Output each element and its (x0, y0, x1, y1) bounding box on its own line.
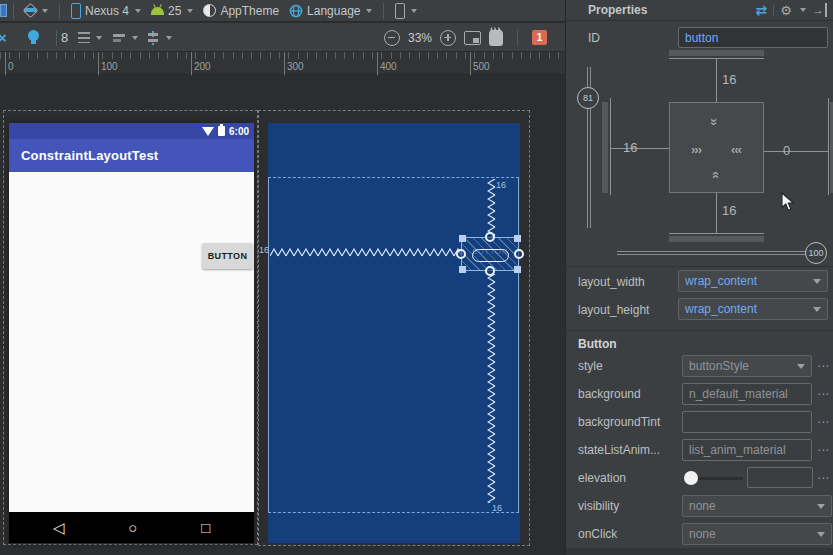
constraint-toolbar: × 8 33% 1 (0, 23, 565, 52)
switch-view-icon[interactable]: ⇄ (756, 2, 768, 18)
status-bar: 6:00 (9, 123, 254, 139)
inspector-margin-right[interactable]: 0 (783, 143, 790, 158)
language-selector[interactable]: Language (284, 0, 377, 22)
device-phone-icon (71, 3, 81, 19)
design-button-widget[interactable]: BUTTON (202, 243, 253, 269)
layout-width-value: wrap_content (685, 274, 813, 288)
globe-icon (289, 4, 303, 18)
style-combo[interactable]: buttonStyle (682, 355, 812, 377)
background-tint-more-button[interactable]: ⋯ (817, 415, 830, 429)
elevation-more-button[interactable]: ⋯ (817, 471, 830, 485)
orientation-button[interactable] (20, 0, 53, 22)
constraint-anchor-bottom[interactable] (485, 266, 495, 276)
margin-label-left: 16 (259, 245, 269, 255)
layout-width-combo[interactable]: wrap_content (678, 270, 828, 292)
horizontal-bias-track[interactable] (617, 251, 809, 255)
resize-handle[interactable] (459, 235, 466, 242)
horizontal-bias-thumb[interactable]: 100 (805, 242, 827, 264)
ruler-label: 300 (287, 61, 304, 72)
elevation-label: elevation (578, 471, 626, 485)
margin-label-top: 16 (496, 180, 506, 190)
zoom-in-button[interactable] (440, 30, 456, 46)
style-value: buttonStyle (689, 359, 797, 373)
chevron-down-icon (797, 364, 805, 369)
zoom-out-button[interactable] (384, 30, 400, 46)
constraint-anchor-top[interactable] (485, 232, 495, 242)
panel-title: Properties (588, 3, 756, 17)
state-list-anim-value: list_anim_material (689, 443, 786, 457)
design-toolbar-main: Nexus 4 25 AppTheme Language (0, 0, 565, 22)
resize-handle[interactable] (459, 266, 466, 273)
design-surface[interactable]: 6:00 ConstraintLayoutTest BUTTON ◁ ○ □ (0, 75, 565, 555)
toolbar-separator (383, 3, 384, 19)
ruler-label: 100 (101, 61, 118, 72)
horizontal-ruler: 0 100 200 300 400 500 (0, 52, 565, 75)
resize-handle[interactable] (514, 235, 521, 242)
android-icon (151, 7, 164, 15)
design-view[interactable]: 6:00 ConstraintLayoutTest BUTTON ◁ ○ □ (9, 123, 254, 543)
ruler-label: 200 (194, 61, 211, 72)
chevron-down-icon (166, 36, 172, 40)
battery-icon (218, 126, 225, 136)
background-label: background (578, 387, 641, 401)
layout-height-value: wrap_content (685, 302, 813, 316)
parent-edge-left (602, 102, 608, 193)
palette-icon[interactable] (0, 4, 7, 17)
zoom-to-fit-icon[interactable] (464, 31, 481, 45)
infer-constraints-icon[interactable] (28, 30, 39, 41)
background-field[interactable]: n_default_material (682, 383, 812, 405)
resize-handle[interactable] (514, 266, 521, 273)
elevation-field[interactable] (747, 467, 813, 488)
visibility-value: none (689, 499, 817, 513)
hide-panel-icon[interactable]: → (812, 3, 827, 17)
clear-constraints-icon[interactable]: × (0, 29, 7, 46)
header-separator (773, 4, 774, 16)
nav-back-icon: ◁ (53, 519, 65, 537)
chevron-down-icon (817, 532, 825, 537)
properties-header: Properties ⇄ ⚙ → (566, 0, 833, 21)
pan-icon[interactable] (489, 30, 503, 46)
guidelines-icon[interactable] (78, 32, 90, 43)
align-icon[interactable] (113, 33, 125, 43)
theme-selector[interactable]: AppTheme (198, 0, 284, 22)
virtual-device-button[interactable] (390, 0, 422, 22)
constraint-anchor-right[interactable] (514, 249, 524, 259)
pack-distribute-icon[interactable] (147, 31, 159, 45)
app-bar: ConstraintLayoutTest (9, 139, 254, 172)
background-tint-field[interactable] (682, 411, 812, 433)
chevron-down-icon (813, 307, 821, 312)
api-level-selector[interactable]: 25 (146, 0, 198, 22)
section-header-button: Button (578, 337, 617, 351)
constraint-anchor-left[interactable] (456, 249, 466, 259)
button-baseline-pill[interactable] (472, 249, 509, 262)
panel-bottom-strip (566, 548, 833, 555)
chevron-down-icon (411, 9, 417, 13)
elevation-slider-thumb[interactable] (684, 471, 698, 485)
navigation-bar: ◁ ○ □ (9, 512, 254, 543)
inspector-margin-top[interactable]: 16 (722, 72, 736, 87)
background-more-button[interactable]: ⋯ (817, 387, 830, 401)
inspector-widget-box[interactable]: ››› ››› ›› ›› (669, 102, 764, 193)
theme-icon (203, 4, 216, 17)
blueprint-button-widget[interactable]: BUTTON (461, 237, 519, 271)
wrap-spring-left-icon: ››› (691, 143, 701, 156)
toolbar-separator (517, 30, 518, 46)
inspector-margin-left[interactable]: 16 (623, 140, 637, 155)
margin-label-bottom: 16 (492, 503, 502, 513)
toolbar-separator (13, 3, 14, 19)
device-selector[interactable]: Nexus 4 (66, 0, 146, 22)
style-more-button[interactable]: ⋯ (817, 359, 830, 373)
constraint-spring-top (487, 179, 496, 237)
visibility-combo[interactable]: none (682, 495, 832, 517)
default-margin-button[interactable]: 8 (61, 30, 68, 45)
error-count-badge[interactable]: 1 (532, 30, 547, 45)
onclick-combo[interactable]: none (682, 523, 832, 545)
gear-icon[interactable]: ⚙ (780, 3, 792, 18)
inspector-margin-bottom[interactable]: 16 (722, 203, 736, 218)
id-field[interactable]: button (678, 27, 828, 48)
zoom-controls: 33% 1 (384, 23, 547, 52)
layout-height-combo[interactable]: wrap_content (678, 298, 828, 320)
state-list-anim-more-button[interactable]: ⋯ (817, 443, 830, 457)
state-list-anim-field[interactable]: list_anim_material (682, 439, 812, 461)
vertical-bias-thumb[interactable]: 81 (577, 87, 599, 109)
